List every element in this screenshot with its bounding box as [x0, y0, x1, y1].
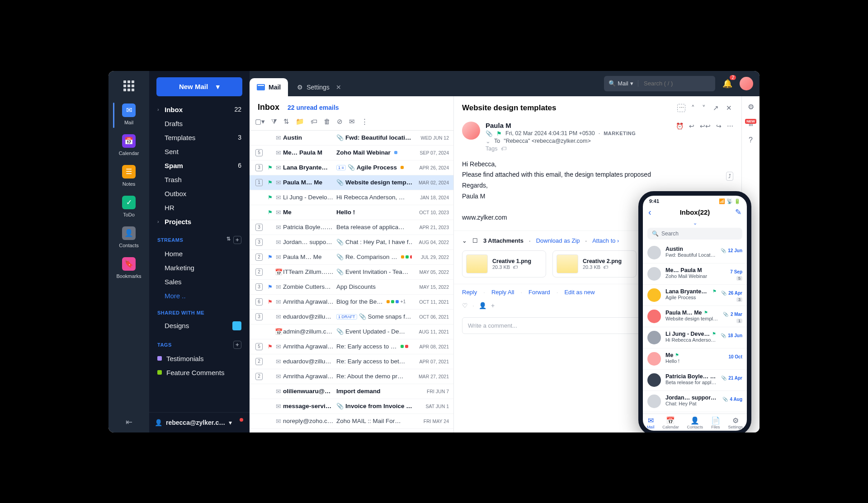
readstatus-icon[interactable]: ✉ [349, 118, 355, 126]
new-mail-button[interactable]: New Mail▾ [156, 77, 242, 96]
mail-row[interactable]: 3⚑✉Zombie Cutters… le…App DiscountsMAY 1… [250, 280, 453, 295]
forward-icon[interactable]: ↪ [716, 122, 722, 130]
filter-icon[interactable]: ⧩ [271, 118, 277, 126]
rail-notes[interactable]: ☰Notes [113, 161, 145, 192]
attachment-card[interactable]: Creative 2.png20.3 KB 🏷 [552, 250, 637, 277]
open-new-window-icon[interactable]: ↗ [712, 103, 720, 113]
sidebar-item-home[interactable]: Home [152, 247, 247, 261]
forward-link[interactable]: Forward [528, 289, 550, 296]
prev-message-button[interactable]: ˄ [690, 103, 696, 113]
mail-row[interactable]: 5⚑✉Amritha Agrawal…Re: Early access to …… [250, 339, 453, 354]
help-icon[interactable]: ? [749, 136, 753, 144]
delete-icon[interactable]: 🗑 [324, 118, 330, 125]
mail-row[interactable]: ✉noreply@zoho.comZoho MAIL :: Mail For…F… [250, 414, 453, 429]
mail-row[interactable]: 3✉eduardov@zillum.c…1 DRAFT 📎Some snaps … [250, 310, 453, 324]
sidebar-item-marketing[interactable]: Marketing [152, 261, 247, 275]
sidebar-item-sales[interactable]: Sales [152, 275, 247, 289]
spam-icon[interactable]: ⊘ [337, 118, 343, 126]
compose-button[interactable]: ✎ [735, 207, 741, 217]
mail-row[interactable]: 6⚑✉Amritha Agrawal…Blog for the Be…+1OCT… [250, 295, 453, 310]
sidebar-item-trash[interactable]: Trash [152, 173, 247, 187]
phone-mail-row[interactable]: Jordan… support@zylkerChat: Hey Pat📎 4 A… [643, 391, 747, 412]
rail-todo[interactable]: ✓ToDo [113, 192, 145, 223]
mail-row[interactable]: ⚑✉Li Jung - DeveloperHi Rebecca Anderson… [250, 190, 453, 205]
sidebar-item-inbox[interactable]: ›Inbox22 [152, 103, 247, 117]
mail-row[interactable]: 3✉Jordan… support@z…📎Chat : Hey Pat, I h… [250, 235, 453, 250]
phone-search[interactable]: 🔍 Search [647, 228, 742, 240]
mail-row[interactable]: 5✉Me… Paula MZoho Mail WebinarSEP 07, 20… [250, 146, 453, 160]
profile-avatar[interactable] [740, 77, 753, 90]
attachments-checkbox[interactable]: ☐ [472, 237, 478, 244]
phone-mail-row[interactable]: Patricia Boyle… MeBeta release for appli… [643, 370, 747, 391]
add-tag-button[interactable]: + [233, 341, 241, 349]
reminder-icon[interactable]: ⏰ [676, 122, 684, 130]
sidebar-item-sent[interactable]: Sent [152, 145, 247, 159]
more-icon[interactable]: ⋮ [361, 118, 368, 126]
sidebar-item-testimonials[interactable]: Testimonials [152, 352, 247, 366]
notifications-button[interactable]: 🔔2 [720, 76, 735, 91]
sidebar-item-projects[interactable]: ›Projects [152, 215, 247, 229]
mail-row[interactable]: 2📅ITTeam Zillum… Me📎Event Invitation - T… [250, 265, 453, 280]
flag-icon[interactable]: ⚑ [268, 165, 273, 171]
search-scope-dropdown[interactable]: 🔍 Mail▾ [604, 80, 638, 87]
sidebar-item-feature-comments[interactable]: Feature Comments [152, 366, 247, 380]
collapse-rail-icon[interactable]: ⇤ [120, 412, 138, 432]
reply-all-icon[interactable]: ↩↩ [700, 122, 711, 130]
rail-contacts[interactable]: 👤Contacts [113, 223, 145, 254]
phone-tab-contacts[interactable]: 👤Contacts [687, 416, 703, 429]
phone-expand-icon[interactable]: ⌄ [643, 220, 747, 226]
sort-icon[interactable]: ⇅ [283, 118, 289, 126]
phone-mail-row[interactable]: AustinFwd: Beautiful Locations📎 12 Jun [643, 242, 747, 263]
phone-tab-mail[interactable]: ✉Mail [647, 416, 655, 429]
add-tag-icon[interactable]: 🏷 [501, 146, 507, 152]
tag-icon[interactable]: 🏷 [311, 118, 317, 125]
mail-row[interactable]: 3⚑✉Lana Bryante… Me1 ≡ 📎Agile ProcessAPR… [250, 160, 453, 175]
flag-icon[interactable]: ⚑ [268, 209, 273, 216]
phone-tab-settings[interactable]: ⚙Settings [728, 416, 743, 429]
color-label-button[interactable]: ⋯ [677, 104, 685, 112]
edit-as-new-link[interactable]: Edit as new [564, 289, 594, 296]
phone-mail-row[interactable]: Lana Bryante… Me⚑Agile Process📎 26 Apr3 [643, 285, 747, 306]
attachment-card[interactable]: Creative 1.png20.3 KB 🏷 [462, 250, 546, 277]
phone-mail-row[interactable]: Me… Paula MZoho Mail Webinar7 Sep5 [643, 263, 747, 285]
assign-icon[interactable]: 👤 [479, 302, 486, 309]
download-zip-link[interactable]: Download as Zip [536, 237, 580, 244]
flag-icon[interactable]: ⚑ [268, 284, 273, 290]
flag-icon[interactable]: ⚑ [268, 194, 273, 201]
mail-row[interactable]: 3✉Patricia Boyle… MeBeta release of appl… [250, 220, 453, 235]
share-icon[interactable]: ⤴ [726, 172, 733, 181]
mail-row[interactable]: 1⚑✉Paula M… Me📎Website design temp…MAR 0… [250, 175, 453, 190]
flag-icon[interactable]: ⚑ [268, 254, 273, 260]
streams-sort-icon[interactable]: ⇅ [226, 236, 231, 244]
mail-row[interactable]: 2⚑✉Paula M… Me📎Re. Comparison …JUL 29, 2… [250, 250, 453, 265]
mail-row[interactable]: 📅admin@zillum.com📎Event Updated - De…AUG… [250, 324, 453, 339]
search-input[interactable] [638, 80, 715, 87]
phone-mail-row[interactable]: Li Jung - Developer⚑Hi Rebecca Anderson,… [643, 327, 747, 348]
close-tab-icon[interactable]: ✕ [336, 84, 341, 91]
tab-mail[interactable]: Mail [250, 78, 288, 96]
unread-filter-link[interactable]: 22 unread emails [288, 104, 339, 111]
sidebar-item-spam[interactable]: Spam6 [152, 159, 247, 173]
mail-row[interactable]: ✉Austin📎Fwd: Beautiful locati…WED JUN 12 [250, 131, 453, 146]
more-actions-icon[interactable]: ⋯ [727, 122, 733, 130]
select-all-checkbox[interactable]: ▢▾ [255, 118, 265, 126]
rail-bookmarks[interactable]: 🔖Bookmarks [113, 254, 145, 284]
like-icon[interactable]: ♡ [462, 302, 468, 309]
reply-icon[interactable]: ↩ [689, 122, 694, 130]
account-switcher[interactable]: 👤 rebecca@zylker.c… ▾ [149, 412, 250, 432]
sidebar-item-hr[interactable]: HR [152, 201, 247, 215]
sidebar-item-templates[interactable]: Templates3 [152, 131, 247, 145]
flag-icon[interactable]: ⚑ [268, 179, 273, 186]
mail-row[interactable]: ✉olilienwuaru@gmai…Import demandFRI JUN … [250, 384, 453, 399]
attach-to-link[interactable]: Attach to › [592, 237, 619, 244]
sidebar-item-drafts[interactable]: Drafts [152, 117, 247, 131]
settings-gear-icon[interactable]: ⚙ [748, 103, 754, 111]
mail-row[interactable]: 2✉Amritha Agrawal…Re: About the demo pr…… [250, 369, 453, 384]
close-reader-button[interactable]: ✕ [725, 103, 733, 113]
phone-tab-files[interactable]: 📄Files [711, 416, 720, 429]
reply-all-link[interactable]: Reply All [491, 289, 514, 296]
sidebar-item-more-[interactable]: More .. [152, 289, 247, 303]
flag-icon[interactable]: ⚑ [268, 299, 273, 305]
folder-icon[interactable]: 📁 [296, 118, 304, 126]
rail-calendar[interactable]: 📅Calendar [113, 131, 145, 161]
